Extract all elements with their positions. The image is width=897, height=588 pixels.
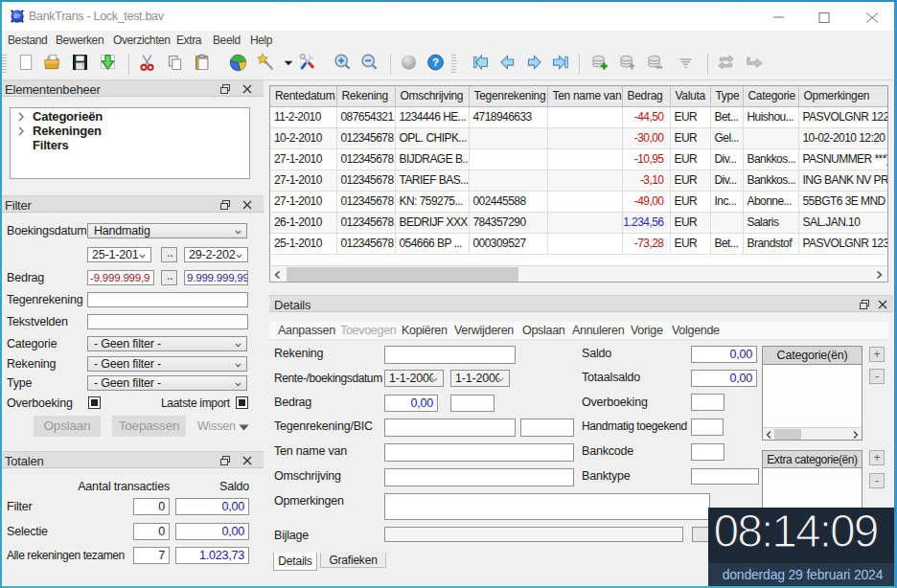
svg-text:?: ? bbox=[432, 57, 439, 68]
svg-text:BT: BT bbox=[13, 13, 21, 19]
